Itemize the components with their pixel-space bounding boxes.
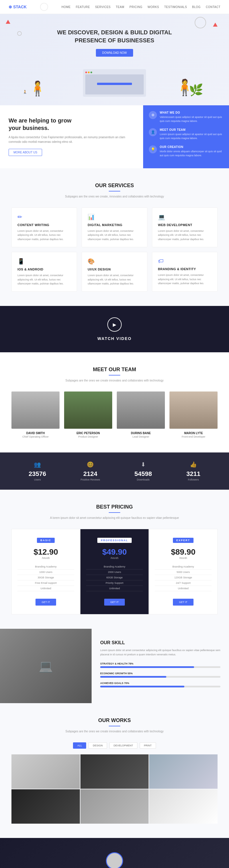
pricing-feature: Unlimited — [155, 586, 211, 591]
pricing-feature: 60GB Storage — [86, 575, 143, 580]
our-creation-body: Morbi dolor omnis aliquam ullamcorper si… — [160, 150, 223, 157]
skill-economic-fill — [100, 676, 166, 678]
hero-figure-left: 🧍 — [29, 80, 46, 97]
service-card-ux-design: 🎨 UI/UX DESIGN Lorem ipsum dolor sit ame… — [82, 252, 147, 291]
team-section: MEET OUR TEAM Subpages are the ones we c… — [0, 352, 229, 453]
team-photo-david — [11, 392, 60, 429]
nav-feature[interactable]: FEATURE — [76, 5, 90, 8]
pricing-subtitle: A lorem ipsum dolor sit amet consectetur… — [11, 516, 218, 520]
work-item-3[interactable] — [149, 754, 218, 789]
team-member-2: ERIC PETERSON Product Designer — [64, 392, 112, 438]
pricing-expert-button[interactable]: GET IT — [173, 599, 194, 606]
nav-pricing[interactable]: PRICING — [130, 5, 142, 8]
nav-home[interactable]: HOME — [61, 5, 71, 8]
stat-reviews-label: Positive Reviews — [80, 478, 100, 481]
pricing-pro-label: PROFESSIONAL — [97, 538, 132, 543]
skill-economic-bar — [100, 676, 221, 678]
decoration-triangle-1 — [6, 20, 10, 24]
stats-section: 👥 23576 Users 😊 2124 Positive Reviews ⬇ … — [0, 453, 229, 490]
video-section: ▶ WATCH VIDEO — [0, 306, 229, 352]
testimonial-avatar — [106, 852, 123, 868]
work-item-5[interactable] — [80, 789, 149, 824]
pricing-feature: Unlimited — [18, 586, 74, 591]
skill-strategy-label: STRATEGY & HEALTH 78% — [100, 662, 134, 665]
decoration-circle-2 — [195, 17, 206, 28]
skill-economic-label: ECONOMIC GROWTH 55% — [100, 672, 133, 675]
logo[interactable]: ⊛ STACK — [8, 5, 27, 9]
stat-downloads-label: Downloads — [135, 478, 152, 481]
pricing-basic-label: BASIC — [37, 538, 55, 543]
about-right-panel: ⚙ WHAT WE DO Valorecusam quasi adipisci … — [143, 105, 229, 168]
works-divider — [109, 726, 120, 726]
stat-downloads: ⬇ 54598 Downloads — [135, 461, 152, 481]
pricing-feature: 120GB Storage — [155, 575, 211, 580]
filter-all[interactable]: ALL — [73, 742, 86, 749]
work-item-6[interactable] — [149, 789, 218, 824]
team-grid: DAVID SMITH Chief Operating Officer ERIC… — [11, 392, 218, 438]
pricing-expert: EXPERT $89.90 /Month Branding Academy 50… — [149, 529, 218, 614]
pricing-feature: 5000 Users — [155, 569, 211, 575]
stat-downloads-number: 54598 — [135, 470, 152, 478]
service-card-branding: 🏷 BRANDING & IDENTITY Lorem ipsum dolor … — [152, 252, 218, 291]
video-play-button[interactable]: ▶ — [107, 317, 122, 332]
service-card-web-dev: 💻 WEB DEVELOPMENT Lorem ipsum dolor sit … — [152, 208, 218, 247]
what-we-do-icon: ⚙ — [149, 111, 157, 119]
hero-headline: WE DISCOVER, DESIGN & BUILD DIGITAL PRES… — [11, 28, 218, 44]
skill-goals-label: ACHIEVED GOALS 70% — [100, 682, 130, 685]
filter-design[interactable]: DESIGN — [88, 742, 107, 749]
pricing-feature: 30GB Storage — [18, 575, 74, 580]
nav-services[interactable]: SERVICES — [95, 5, 111, 8]
pricing-feature: 1000 Users — [18, 569, 74, 575]
team-role-david: Chief Operating Officer — [11, 435, 60, 438]
hero-figure-seated: 🧎 — [23, 90, 27, 94]
ios-android-icon: 📱 — [18, 258, 71, 265]
team-name-eric: ERIC PETERSON — [64, 432, 112, 435]
skill-goals: ACHIEVED GOALS 70% — [100, 682, 221, 687]
team-role-maron: Front-end Developer — [169, 435, 218, 438]
pricing-feature: Unlimited — [86, 586, 143, 591]
pricing-basic-price: $12.90 — [18, 548, 74, 557]
skill-strategy: STRATEGY & HEALTH 78% — [100, 662, 221, 668]
downloads-icon: ⬇ — [135, 461, 152, 468]
pricing-section: BEST PRICING A lorem ipsum dolor sit ame… — [0, 490, 229, 629]
meet-our-team-icon: 👤 — [149, 128, 157, 136]
what-we-do-title: WHAT WE DO — [160, 111, 223, 114]
nav-testimonials[interactable]: TESTIMONIALS — [164, 5, 187, 8]
team-photo-maron — [169, 392, 218, 429]
works-filters: ALL DESIGN DEVELOPMENT PRINT — [11, 742, 218, 749]
hero-plant-decoration: 🌿 — [189, 83, 203, 97]
about-more-button[interactable]: MORE ABOUT US — [8, 149, 42, 156]
pricing-pro-button[interactable]: GET IT — [104, 599, 125, 606]
work-item-4[interactable] — [11, 789, 80, 824]
ios-android-body: Lorem ipsum dolor sit amet, consectetur … — [18, 273, 71, 286]
services-section: OUR SERVICES Subpages are the ones we cr… — [0, 168, 229, 306]
skill-economic: ECONOMIC GROWTH 55% — [100, 672, 221, 678]
nav-contact[interactable]: CONTACT — [206, 5, 221, 8]
work-item-2[interactable] — [80, 754, 149, 789]
work-item-1[interactable] — [11, 754, 80, 789]
filter-development[interactable]: DEVELOPMENT — [109, 742, 137, 749]
nav-circle-decoration — [40, 3, 48, 11]
services-subtitle: Subpages are the ones we create, innovat… — [11, 194, 218, 199]
about-right-item-2: 👤 MEET OUR TEAM Lorem ipsum quasi adipis… — [149, 128, 223, 140]
nav-team[interactable]: TEAM — [116, 5, 124, 8]
followers-icon: 👍 — [187, 461, 200, 468]
about-body: A ligula risus consectetur Cras Fapismen… — [8, 135, 135, 144]
navbar: ⊛ STACK HOME FEATURE SERVICES TEAM PRICI… — [0, 0, 229, 14]
hero-cta-button[interactable]: DOWNLOAD NOW — [96, 49, 133, 57]
nav-blog[interactable]: BLOG — [192, 5, 201, 8]
team-name-durin: DURINS BANE — [117, 432, 165, 435]
pricing-pro-features: Branding Academy 2000 Users 60GB Storage… — [86, 564, 143, 591]
skills-body: Lorem ipsum dolor sit amet consectetur a… — [100, 648, 221, 656]
stat-reviews: 😊 2124 Positive Reviews — [80, 461, 100, 481]
pricing-feature: 2000 Users — [86, 569, 143, 575]
pricing-feature: Priority Support — [86, 580, 143, 586]
pricing-pro-period: /Month — [86, 557, 143, 559]
team-name-david: DAVID SMITH — [11, 432, 60, 435]
about-left-panel: We are helping to grow your business. A … — [0, 105, 143, 168]
pricing-feature: Branding Academy — [86, 564, 143, 569]
filter-print[interactable]: PRINT — [140, 742, 156, 749]
works-section: OUR WORKS Subpages are the ones we creat… — [0, 703, 229, 838]
pricing-basic-button[interactable]: GET IT — [35, 599, 56, 606]
nav-works[interactable]: WORKS — [147, 5, 159, 8]
